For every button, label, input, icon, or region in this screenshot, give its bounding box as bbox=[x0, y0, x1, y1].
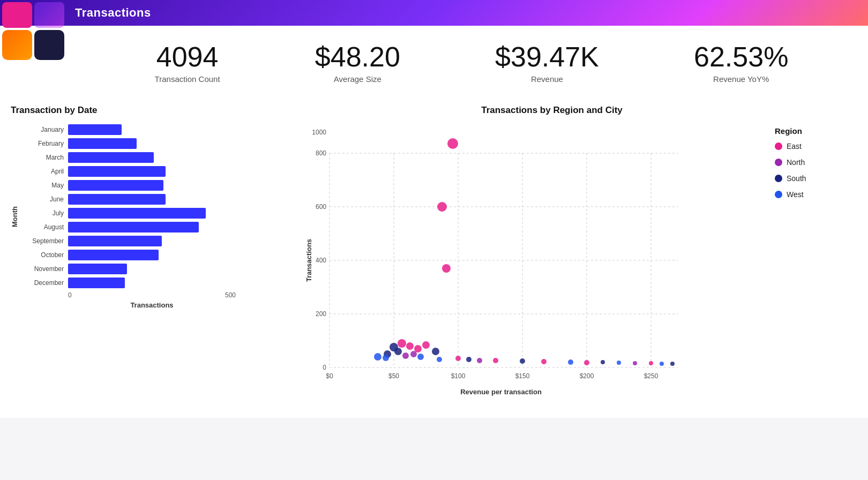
bar-track bbox=[68, 264, 236, 274]
scatter-chart-container: Transactions by Region and City Transact… bbox=[246, 100, 857, 407]
kpi-label-revenue: Revenue bbox=[495, 74, 599, 84]
scatter-point bbox=[437, 202, 447, 212]
legend-dot-west bbox=[775, 191, 782, 198]
scatter-point bbox=[670, 362, 675, 366]
bar-month-label: September bbox=[21, 237, 64, 245]
scatter-area: Transactions bbox=[252, 121, 852, 402]
bar-fill bbox=[68, 138, 137, 149]
scatter-point bbox=[442, 264, 451, 273]
bar-chart-inner: Month January February March April bbox=[11, 124, 236, 309]
scatter-point bbox=[660, 362, 664, 366]
scatter-point bbox=[477, 358, 482, 363]
scatter-svg-wrap: Transactions bbox=[252, 121, 761, 402]
scatter-point bbox=[437, 357, 442, 362]
legend-label-north: North bbox=[787, 158, 805, 167]
bar-track bbox=[68, 180, 236, 191]
svg-text:800: 800 bbox=[316, 149, 326, 157]
scatter-point bbox=[568, 359, 573, 365]
scatter-point bbox=[432, 348, 439, 355]
bar-row: March bbox=[21, 152, 236, 163]
bar-track bbox=[68, 222, 236, 232]
bar-fill bbox=[68, 152, 154, 163]
legend-title: Region bbox=[775, 126, 843, 136]
bar-track bbox=[68, 166, 236, 177]
bar-chart-x-axis-title: Transactions bbox=[68, 301, 236, 309]
bar-chart-container: Transaction by Date Month January Februa… bbox=[11, 100, 236, 407]
logo-dark-square bbox=[34, 30, 64, 60]
svg-text:$200: $200 bbox=[580, 372, 594, 380]
scatter-point bbox=[417, 354, 424, 360]
scatter-point bbox=[649, 361, 653, 365]
bar-month-label: May bbox=[21, 182, 64, 189]
bar-month-label: March bbox=[21, 154, 64, 161]
bar-row: May bbox=[21, 180, 236, 191]
bar-axis: 0 500 bbox=[68, 291, 236, 299]
kpi-label-transaction-count: Transaction Count bbox=[155, 74, 220, 84]
bar-fill bbox=[68, 222, 199, 232]
bar-row: August bbox=[21, 222, 236, 232]
bar-fill bbox=[68, 180, 163, 191]
scatter-point bbox=[402, 352, 409, 359]
bar-track bbox=[68, 152, 236, 163]
scatter-point bbox=[520, 358, 525, 364]
bar-track bbox=[68, 250, 236, 260]
kpi-revenue-yoy: 62.53% Revenue YoY% bbox=[694, 42, 788, 84]
grid-lines bbox=[330, 153, 678, 368]
scatter-point bbox=[383, 355, 389, 361]
bar-fill bbox=[68, 236, 162, 246]
legend-dot-east bbox=[775, 142, 782, 150]
svg-text:$150: $150 bbox=[515, 372, 530, 380]
scatter-point bbox=[601, 360, 605, 364]
kpi-value-transaction-count: 4094 bbox=[155, 42, 220, 72]
bar-month-label: January bbox=[21, 126, 64, 133]
bar-row: January bbox=[21, 124, 236, 135]
scatter-point bbox=[394, 348, 402, 355]
bar-row: February bbox=[21, 138, 236, 149]
bar-row: April bbox=[21, 166, 236, 177]
scatter-point bbox=[447, 138, 458, 149]
bar-row: June bbox=[21, 194, 236, 205]
bar-fill bbox=[68, 194, 166, 205]
kpi-value-average-size: $48.20 bbox=[315, 42, 400, 72]
bar-chart: January February March April May bbox=[21, 124, 236, 288]
svg-text:600: 600 bbox=[316, 203, 326, 211]
bar-row: November bbox=[21, 264, 236, 274]
bar-row: September bbox=[21, 236, 236, 246]
scatter-point bbox=[455, 356, 461, 361]
legend-dot-north bbox=[775, 159, 782, 166]
bar-chart-y-axis-title: Month bbox=[11, 124, 19, 309]
bar-track bbox=[68, 124, 236, 135]
svg-text:Revenue per transaction: Revenue per transaction bbox=[460, 388, 542, 396]
bar-month-label: July bbox=[21, 209, 64, 217]
kpi-transaction-count: 4094 Transaction Count bbox=[155, 42, 220, 84]
svg-text:0: 0 bbox=[323, 364, 326, 371]
scatter-point bbox=[422, 341, 430, 349]
bar-fill bbox=[68, 166, 166, 177]
kpi-label-average-size: Average Size bbox=[315, 74, 400, 84]
scatter-point bbox=[633, 361, 637, 365]
scatter-point bbox=[398, 339, 406, 348]
svg-text:$250: $250 bbox=[644, 372, 659, 380]
bar-track bbox=[68, 138, 236, 149]
legend-item-east: East bbox=[775, 142, 843, 151]
logo-pink-square bbox=[2, 2, 32, 28]
bar-row: October bbox=[21, 250, 236, 260]
bar-fill bbox=[68, 250, 159, 260]
kpi-average-size: $48.20 Average Size bbox=[315, 42, 400, 84]
kpi-label-revenue-yoy: Revenue YoY% bbox=[694, 74, 788, 84]
scatter-point bbox=[617, 361, 621, 365]
bar-fill bbox=[68, 208, 206, 219]
bar-axis-500: 500 bbox=[225, 291, 236, 299]
scatter-chart-title: Transactions by Region and City bbox=[252, 105, 852, 116]
svg-text:400: 400 bbox=[316, 257, 326, 264]
logo-orange-square bbox=[2, 30, 32, 60]
kpi-row: 4094 Transaction Count $48.20 Average Si… bbox=[0, 26, 868, 89]
bar-month-label: April bbox=[21, 168, 64, 175]
bar-track bbox=[68, 236, 236, 246]
legend-item-west: West bbox=[775, 190, 843, 199]
scatter-point bbox=[493, 358, 498, 363]
page-title: Transactions bbox=[75, 6, 151, 20]
svg-text:200: 200 bbox=[316, 310, 326, 318]
bar-fill bbox=[68, 278, 125, 288]
svg-text:$50: $50 bbox=[388, 372, 399, 380]
